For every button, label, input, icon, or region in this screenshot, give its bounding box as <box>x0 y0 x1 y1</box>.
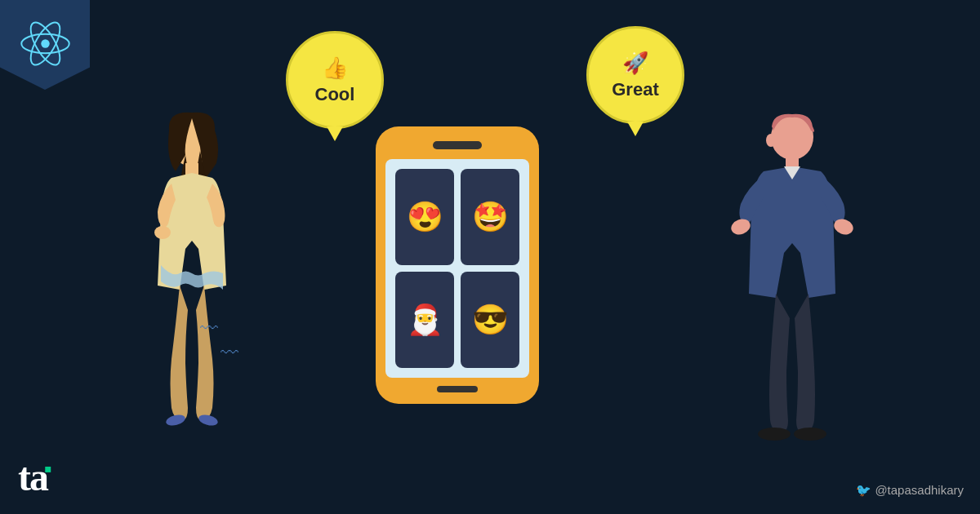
man-figure <box>723 106 862 449</box>
great-bubble-text: Great <box>612 79 658 100</box>
phone-speaker <box>433 141 482 149</box>
cool-speech-bubble: 👍 Cool <box>286 31 384 129</box>
emoji-tile-4[interactable]: 😎 <box>461 272 519 368</box>
cool-bubble-text: Cool <box>315 84 355 105</box>
react-badge <box>0 0 90 90</box>
svg-point-14 <box>758 428 791 441</box>
emoji-tile-3[interactable]: 🎅 <box>395 272 454 368</box>
svg-point-15 <box>794 428 826 441</box>
phone-screen: 😍 🤩 🎅 😎 <box>385 159 529 378</box>
phone-home-button <box>437 386 478 392</box>
twitter-username: @tapasadhikary <box>875 483 964 497</box>
emoji-tile-1[interactable]: 😍 <box>395 169 454 265</box>
twitter-handle: 🐦 @tapasadhikary <box>856 483 964 498</box>
ta-logo: ta▪ <box>18 454 51 499</box>
phone-device: 😍 🤩 🎅 😎 <box>376 126 539 404</box>
svg-point-10 <box>766 134 776 147</box>
ta-logo-text: ta <box>18 455 47 498</box>
squiggle-left: 〰 <box>200 318 218 339</box>
woman-figure <box>127 106 257 432</box>
cool-bubble-emoji: 👍 <box>322 55 348 81</box>
svg-point-3 <box>41 39 49 47</box>
great-bubble-emoji: 🚀 <box>622 51 648 76</box>
great-speech-bubble: 🚀 Great <box>586 26 684 124</box>
squiggle-right: 〰 <box>220 343 238 364</box>
svg-point-6 <box>154 226 171 239</box>
emoji-tile-2[interactable]: 🤩 <box>461 169 519 265</box>
twitter-icon: 🐦 <box>856 483 875 497</box>
react-icon <box>19 17 72 73</box>
ta-logo-dot: ▪ <box>44 456 51 481</box>
